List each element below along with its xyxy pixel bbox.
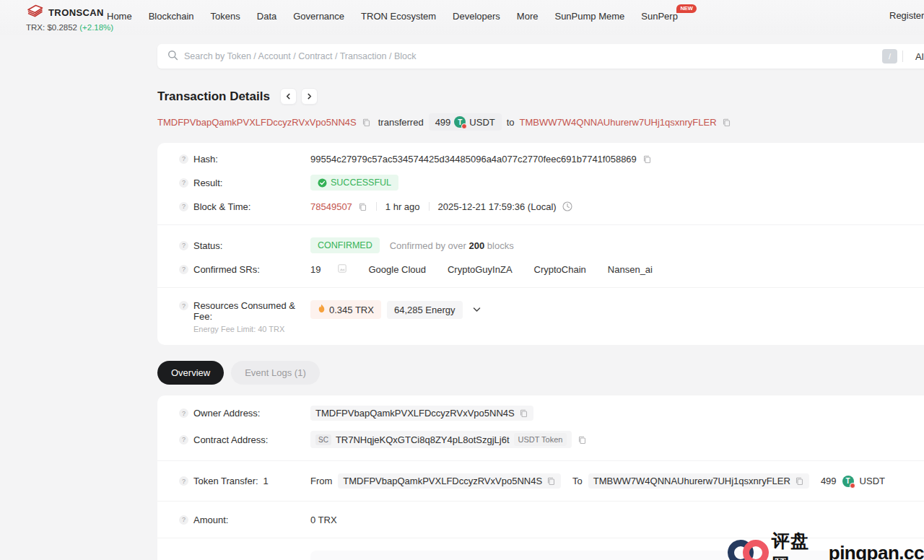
help-icon[interactable]: ? bbox=[179, 476, 188, 486]
to-address-value[interactable]: TMBWW7W4QNNAUhurerw7UHj1qsxnryFLER bbox=[593, 476, 790, 486]
sr-item[interactable]: CryptoChain bbox=[534, 264, 586, 275]
fee-trx: 0.345 TRX bbox=[329, 305, 374, 315]
nav-data[interactable]: Data bbox=[257, 11, 276, 22]
help-icon[interactable]: ? bbox=[179, 154, 188, 164]
amount-row: ?Amount: 0 TRX bbox=[157, 509, 924, 530]
from-address-value[interactable]: TMDFPVbapQamkPVXLFDccyzRVxVpo5NN4S bbox=[343, 476, 542, 486]
from-address-pill: TMDFPVbapQamkPVXLFDccyzRVxVpo5NN4S bbox=[338, 473, 561, 489]
help-icon[interactable]: ? bbox=[179, 435, 188, 445]
smart-contract-badge: SC bbox=[315, 434, 331, 445]
summary-to-address[interactable]: TMBWW7W4QNNAUhurerw7UHj1qsxnryFLER bbox=[520, 117, 717, 128]
watermark-cn-text: 评盘网 bbox=[772, 529, 822, 560]
flame-icon bbox=[318, 304, 326, 315]
summary-to-word: to bbox=[507, 117, 515, 128]
help-icon[interactable]: ? bbox=[179, 408, 188, 418]
hash-label: Hash: bbox=[193, 154, 218, 165]
nav-sunperp[interactable]: SunPerpNEW bbox=[641, 11, 678, 22]
block-number-link[interactable]: 78549507 bbox=[310, 201, 352, 212]
register-button[interactable]: Register bbox=[889, 10, 924, 21]
block-time-row: ?Block & Time: 78549507 1 hr ago 2025-12… bbox=[157, 196, 924, 217]
tab-event-logs[interactable]: Event Logs (1) bbox=[231, 361, 320, 385]
sr-logo-placeholder-icon bbox=[338, 264, 346, 275]
copy-icon[interactable] bbox=[642, 154, 652, 164]
amount-label: Amount: bbox=[193, 515, 228, 525]
contract-address-value[interactable]: TR7NHqjeKQxGTCi8q8ZY4pL8otSzgjLj6t bbox=[336, 434, 510, 445]
copy-icon[interactable] bbox=[722, 118, 731, 127]
result-label: Result: bbox=[193, 178, 222, 188]
search-filter-dropdown[interactable]: All bbox=[915, 51, 924, 62]
status-badge: CONFIRMED bbox=[310, 237, 380, 253]
divider bbox=[157, 287, 924, 288]
result-row: ?Result: SUCCESSFUL bbox=[157, 170, 924, 196]
contract-address-row: ?Contract Address: SC TR7NHqjeKQxGTCi8q8… bbox=[157, 426, 924, 453]
chevron-down-icon[interactable] bbox=[473, 307, 481, 312]
nav-sunpump-meme[interactable]: SunPump Meme bbox=[554, 11, 624, 22]
help-icon[interactable]: ? bbox=[179, 301, 188, 310]
help-icon[interactable]: ? bbox=[179, 241, 188, 250]
brand[interactable]: TRONSCAN TRX: $0.2852 (+2.18%) bbox=[26, 4, 113, 32]
token-transfer-count: 1 bbox=[263, 476, 269, 486]
prev-transaction-button[interactable] bbox=[280, 88, 297, 105]
nav-blockchain[interactable]: Blockchain bbox=[149, 11, 194, 22]
transfer-amount: 499 bbox=[821, 476, 837, 486]
sr-item[interactable]: CryptoGuyInZA bbox=[448, 264, 513, 275]
search-icon bbox=[167, 50, 178, 63]
summary-amount: 499 bbox=[435, 117, 451, 128]
check-circle-icon bbox=[318, 178, 327, 188]
main-content: Transaction Details TMDFPVbapQamkPVXLFDc… bbox=[157, 88, 924, 560]
chevron-down-icon[interactable] bbox=[674, 266, 682, 272]
tab-overview[interactable]: Overview bbox=[157, 361, 224, 385]
nav-developers[interactable]: Developers bbox=[453, 11, 500, 22]
owner-address-row: ?Owner Address: TMDFPVbapQamkPVXLFDccyzR… bbox=[157, 401, 924, 426]
sr-item[interactable]: Nansen_ai bbox=[608, 264, 653, 275]
search-strip: / All bbox=[0, 35, 924, 77]
divider bbox=[157, 501, 924, 502]
from-word: From bbox=[310, 476, 332, 486]
status-label: Status: bbox=[193, 240, 222, 251]
owner-address-value[interactable]: TMDFPVbapQamkPVXLFDccyzRVxVpo5NN4S bbox=[315, 408, 515, 419]
status-row: ?Status: CONFIRMED Confirmed by over 200… bbox=[157, 232, 924, 258]
tab-bar: Overview Event Logs (1) bbox=[157, 361, 924, 385]
copy-icon[interactable] bbox=[362, 118, 371, 127]
nav-home[interactable]: Home bbox=[107, 11, 132, 22]
help-icon[interactable]: ? bbox=[179, 178, 188, 188]
nav-more[interactable]: More bbox=[517, 11, 539, 22]
top-bar: TRONSCAN TRX: $0.2852 (+2.18%) Home Bloc… bbox=[0, 0, 924, 35]
brand-name: TRONSCAN bbox=[48, 7, 104, 18]
copy-icon[interactable] bbox=[519, 408, 528, 418]
search-divider bbox=[902, 51, 903, 62]
nav-tron-ecosystem[interactable]: TRON Ecosystem bbox=[361, 11, 436, 22]
to-word: To bbox=[572, 476, 583, 486]
help-icon[interactable]: ? bbox=[179, 515, 188, 525]
result-badge: SUCCESSFUL bbox=[310, 175, 398, 191]
nav-tokens[interactable]: Tokens bbox=[211, 11, 240, 22]
copy-icon[interactable] bbox=[546, 476, 556, 486]
copy-icon[interactable] bbox=[358, 202, 367, 211]
token-transfer-row: ?Token Transfer:1 From TMDFPVbapQamkPVXL… bbox=[157, 468, 924, 494]
block-timestamp: 2025-12-21 17:59:36 (Local) bbox=[438, 201, 557, 212]
help-icon[interactable]: ? bbox=[179, 202, 188, 211]
watermark: 评盘网 pingpan.cc bbox=[728, 529, 924, 560]
resources-label: Resources Consumed & Fee: bbox=[193, 300, 295, 322]
sr-item[interactable]: Google Cloud bbox=[368, 264, 426, 275]
search-input[interactable] bbox=[184, 51, 924, 61]
confirmed-srs-label: Confirmed SRs: bbox=[193, 264, 260, 275]
clock-icon[interactable] bbox=[562, 201, 572, 211]
slash-shortcut-key: / bbox=[882, 49, 897, 64]
contract-token-badge: USDT Token bbox=[514, 433, 567, 446]
summary-token: USDT bbox=[469, 117, 494, 128]
summary-from-address[interactable]: TMDFPVbapQamkPVXLFDccyzRVxVpo5NN4S bbox=[157, 117, 357, 128]
summary-action: transferred bbox=[378, 117, 424, 128]
hash-row: ?Hash: 99554c27979c57ac534574425d3448509… bbox=[157, 148, 924, 170]
copy-icon[interactable] bbox=[578, 435, 587, 445]
divider bbox=[157, 224, 924, 225]
main-nav: Home Blockchain Tokens Data Governance T… bbox=[107, 0, 678, 32]
resources-row: ? Resources Consumed & Fee: Energy Fee L… bbox=[157, 295, 924, 338]
nav-governance[interactable]: Governance bbox=[293, 11, 344, 22]
to-address-pill: TMBWW7W4QNNAUhurerw7UHj1qsxnryFLER bbox=[588, 473, 809, 489]
next-transaction-button[interactable] bbox=[301, 88, 318, 105]
fee-badge: 0.345 TRX bbox=[310, 300, 381, 319]
help-icon[interactable]: ? bbox=[179, 265, 188, 274]
energy-badge: 64,285 Energy bbox=[387, 301, 463, 319]
copy-icon[interactable] bbox=[795, 476, 804, 486]
